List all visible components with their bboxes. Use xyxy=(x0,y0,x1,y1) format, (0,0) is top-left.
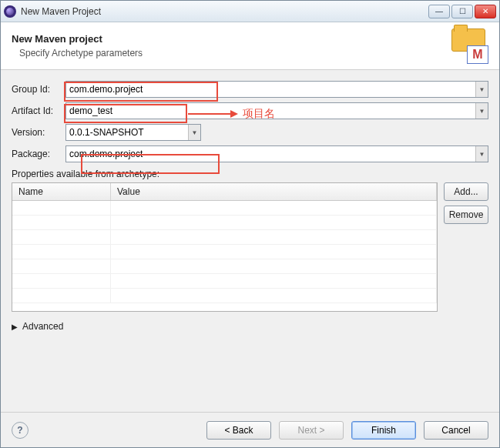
window-title: New Maven Project xyxy=(21,6,427,17)
advanced-toggle[interactable]: ▶ Advanced xyxy=(12,321,488,332)
minimize-button[interactable]: — xyxy=(428,5,450,18)
cancel-button[interactable]: Cancel xyxy=(424,421,488,440)
table-row[interactable] xyxy=(12,274,437,289)
next-button: Next > xyxy=(279,421,344,440)
package-row: Package: ▼ xyxy=(12,145,488,162)
package-combo[interactable]: ▼ xyxy=(65,145,488,162)
wizard-header: New Maven project Specify Archetype para… xyxy=(1,22,499,70)
group-id-combo[interactable]: ▼ xyxy=(65,81,488,98)
annotation-arrow-head xyxy=(230,110,238,118)
group-id-label: Group Id: xyxy=(12,84,65,95)
properties-label: Properties available from archetype: xyxy=(12,169,488,179)
table-row[interactable] xyxy=(12,230,437,245)
page-title: New Maven project xyxy=(12,33,448,45)
column-value[interactable]: Value xyxy=(111,183,437,200)
column-name[interactable]: Name xyxy=(12,183,111,200)
table-row[interactable] xyxy=(12,201,437,216)
artifact-id-combo[interactable]: ▼ xyxy=(65,102,488,119)
table-row[interactable] xyxy=(12,259,437,274)
expand-arrow-icon: ▶ xyxy=(12,323,18,331)
finish-button[interactable]: Finish xyxy=(351,421,416,440)
chevron-down-icon[interactable]: ▼ xyxy=(188,125,200,140)
version-combo[interactable]: ▼ xyxy=(65,124,201,141)
chevron-down-icon[interactable]: ▼ xyxy=(475,146,488,162)
remove-button[interactable]: Remove xyxy=(444,206,488,224)
annotation-arrow-line xyxy=(188,113,230,115)
properties-table[interactable]: Name Value xyxy=(12,182,438,312)
annotation-text: 项目名 xyxy=(243,107,275,121)
version-input[interactable] xyxy=(66,125,188,140)
maven-icon: M xyxy=(448,28,488,64)
dialog-window: New Maven Project — ☐ ✕ New Maven projec… xyxy=(0,0,500,448)
page-subtitle: Specify Archetype parameters xyxy=(12,48,448,59)
chevron-down-icon[interactable]: ▼ xyxy=(475,103,488,119)
table-row[interactable] xyxy=(12,216,437,230)
package-label: Package: xyxy=(12,149,65,159)
add-button[interactable]: Add... xyxy=(444,182,488,201)
button-bar: ? < Back Next > Finish Cancel xyxy=(1,412,499,447)
package-input[interactable] xyxy=(66,146,475,162)
group-id-row: Group Id: ▼ xyxy=(12,81,488,98)
group-id-input[interactable] xyxy=(66,82,475,97)
title-bar[interactable]: New Maven Project — ☐ ✕ xyxy=(1,1,499,22)
back-button[interactable]: < Back xyxy=(206,421,271,440)
eclipse-icon xyxy=(4,5,16,18)
close-button[interactable]: ✕ xyxy=(475,5,496,18)
chevron-down-icon[interactable]: ▼ xyxy=(475,82,488,97)
maximize-button[interactable]: ☐ xyxy=(451,5,473,18)
artifact-id-label: Artifact Id: xyxy=(12,105,65,116)
help-icon[interactable]: ? xyxy=(12,422,29,439)
table-row[interactable] xyxy=(12,289,437,303)
version-row: Version: ▼ xyxy=(12,124,488,141)
advanced-label: Advanced xyxy=(22,321,63,332)
table-row[interactable] xyxy=(12,245,437,259)
version-label: Version: xyxy=(12,127,65,138)
